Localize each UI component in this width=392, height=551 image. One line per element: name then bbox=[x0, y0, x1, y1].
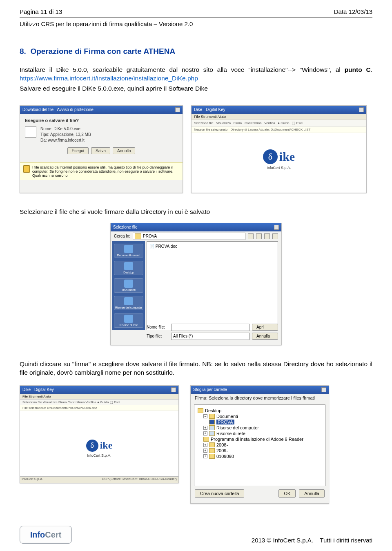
screenshot-row-1: Download del file - Avviso di protezione… bbox=[20, 105, 372, 193]
install-link[interactable]: https://www.firma.infocert.it/installazi… bbox=[20, 75, 198, 82]
window-title: Dike - Digital Key bbox=[22, 387, 54, 392]
filename-label: Nome file: bbox=[147, 325, 169, 329]
run-button[interactable]: Esegui bbox=[67, 147, 89, 154]
expand-icon[interactable]: + bbox=[203, 426, 207, 430]
paragraph-2: Salvare ed eseguire il DiKe 5.0.0.exe, q… bbox=[20, 84, 372, 93]
cancel-button[interactable]: Annulla bbox=[252, 333, 278, 340]
close-icon bbox=[175, 107, 180, 112]
screenshot-browse-folder: Sfoglia per cartelle Firma: Seleziona la… bbox=[190, 385, 329, 504]
file-list[interactable]: 📄 PROVA.doc bbox=[147, 241, 278, 330]
newfolder-icon[interactable] bbox=[264, 233, 270, 239]
dike-logo: δike InfoCert S.p.A. bbox=[192, 149, 366, 170]
folder-icon bbox=[209, 454, 215, 459]
places-documents[interactable]: Documenti bbox=[114, 278, 143, 293]
menu-bar[interactable]: File Strumenti Aiuto bbox=[20, 394, 178, 400]
save-button[interactable]: Salva bbox=[91, 147, 110, 154]
up-icon[interactable] bbox=[256, 233, 262, 239]
expand-icon[interactable]: + bbox=[203, 454, 207, 458]
doc-subheader: Utilizzo CRS per le operazioni di firma … bbox=[20, 20, 372, 27]
screenshot-dike-window: Dike - Digital Key File Strumenti Aiuto … bbox=[191, 105, 367, 193]
lookin-label: Cerca in: bbox=[114, 234, 130, 238]
places-bar: Documenti recenti Desktop Documenti Riso… bbox=[112, 241, 145, 330]
filename-input[interactable] bbox=[171, 324, 249, 331]
lookin-combo[interactable]: PROVA bbox=[133, 233, 245, 240]
dike-logo: δike InfoCert S.p.A. bbox=[20, 440, 178, 458]
toolbar: Seleziona file Visualizza Firma Controfi… bbox=[192, 120, 366, 127]
close-icon bbox=[359, 107, 364, 112]
footer-copyright: 2013 © InfoCert S.p.A. – Tutti i diritti… bbox=[252, 537, 372, 544]
screenshot-file-dialog: Selezione file Cerca in: PROVA Documenti… bbox=[110, 223, 282, 345]
close-icon bbox=[321, 387, 326, 392]
view-icon[interactable] bbox=[272, 233, 278, 239]
folder-tree[interactable]: Desktop −Documenti PROVA +Risorse del co… bbox=[194, 404, 325, 486]
file-icon bbox=[25, 126, 36, 138]
header-rule bbox=[20, 18, 372, 18]
dialog-heading: Eseguire o salvare il file? bbox=[25, 118, 178, 123]
open-button[interactable]: Apri bbox=[252, 324, 278, 331]
paragraph-4: Quindi cliccare su "firma" e scegliere d… bbox=[20, 360, 372, 377]
folder-icon bbox=[135, 233, 141, 239]
status-bar: File selezionato: D:\Documenti\PROVA\PRO… bbox=[20, 405, 178, 411]
dialog-caption: Firma: Seleziona la directory dove memor… bbox=[191, 394, 329, 401]
screenshot-download-dialog: Download del file - Avviso di protezione… bbox=[20, 105, 183, 193]
expand-icon[interactable]: + bbox=[203, 443, 207, 447]
shield-icon bbox=[23, 165, 30, 173]
menu-bar[interactable]: File Strumenti Aiuto bbox=[192, 114, 366, 120]
places-computer[interactable]: Risorse del computer bbox=[114, 296, 143, 310]
footer-left: InfoCert S.p.A. bbox=[22, 477, 43, 482]
infocert-logo: InfoCert bbox=[20, 526, 72, 544]
cancel-button[interactable]: Annulla bbox=[113, 147, 135, 154]
close-icon bbox=[274, 225, 279, 230]
new-folder-button[interactable]: Crea nuova cartella bbox=[195, 489, 244, 498]
cancel-button[interactable]: Annulla bbox=[299, 489, 325, 498]
ok-button[interactable]: OK bbox=[278, 489, 296, 498]
section-title: 8. Operazione di Firma con carte ATHENA bbox=[20, 47, 372, 56]
page-number: Pagina 11 di 13 bbox=[20, 8, 62, 15]
status-bar: Nessun file selezionato - Directory di L… bbox=[192, 127, 366, 133]
places-recent[interactable]: Documenti recenti bbox=[114, 244, 143, 258]
folder-icon bbox=[209, 442, 215, 447]
network-icon bbox=[209, 431, 215, 436]
places-network[interactable]: Risorse di rete bbox=[114, 313, 143, 328]
expand-icon[interactable]: + bbox=[203, 449, 207, 453]
expand-icon[interactable]: − bbox=[203, 414, 207, 418]
paragraph-3: Selezionare il file che si vuole firmare… bbox=[20, 208, 372, 216]
close-icon bbox=[171, 387, 176, 392]
filetype-combo[interactable]: All Files (*) bbox=[171, 333, 249, 340]
back-icon[interactable] bbox=[248, 233, 254, 239]
computer-icon bbox=[209, 425, 215, 430]
folder-icon bbox=[209, 414, 215, 419]
filetype-label: Tipo file: bbox=[147, 334, 169, 338]
folder-icon bbox=[198, 408, 203, 413]
folder-icon bbox=[209, 420, 215, 424]
dialog-title: Download del file - Avviso di protezione bbox=[22, 107, 94, 112]
expand-icon[interactable]: + bbox=[203, 431, 207, 435]
window-title: Dike - Digital Key bbox=[194, 107, 225, 112]
folder-icon bbox=[203, 437, 209, 442]
screenshot-dike-selected: Dike - Digital Key File Strumenti Aiuto … bbox=[20, 385, 179, 483]
dialog-title: Sfoglia per cartelle bbox=[193, 387, 227, 392]
security-warning: I file scaricati da Internet possono ess… bbox=[20, 162, 183, 180]
dialog-title: Selezione file bbox=[113, 225, 137, 229]
places-desktop[interactable]: Desktop bbox=[114, 261, 143, 275]
selected-node[interactable]: PROVA bbox=[216, 420, 234, 424]
screenshot-row-2: Dike - Digital Key File Strumenti Aiuto … bbox=[20, 385, 372, 504]
folder-icon bbox=[209, 448, 215, 453]
paragraph-1: Installare il Dike 5.0.0, scaricabile gr… bbox=[20, 66, 372, 83]
footer-right: CSP (Lettore SmartCard: bit4id-CCID-USB-… bbox=[102, 477, 177, 482]
page-date: Data 12/03/13 bbox=[334, 8, 372, 15]
toolbar: Seleziona file Visualizza Firma Controfi… bbox=[20, 400, 178, 405]
list-item[interactable]: 📄 PROVA.doc bbox=[149, 244, 275, 249]
